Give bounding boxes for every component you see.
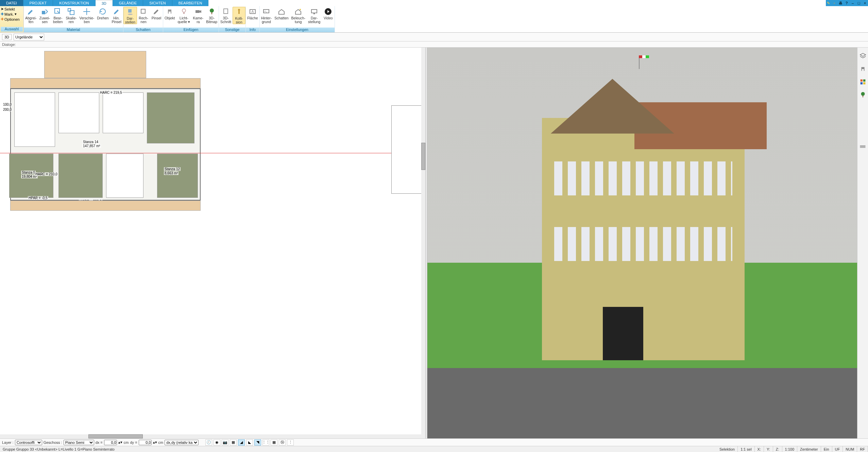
more-icon[interactable]: ⋮ (287, 439, 294, 446)
svg-rect-30 (860, 145, 866, 146)
btn-label: Dar- stellen (125, 17, 135, 24)
edit-icon (54, 7, 62, 16)
einfuegen-kamera-button[interactable]: Kame- ra (191, 7, 205, 23)
maximize-icon[interactable]: □ (856, 1, 861, 5)
group-title-schatten: Schatten (123, 28, 163, 32)
options-button[interactable]: ✚ Optionen (1, 17, 23, 21)
north-icon[interactable]: Ⓝ (279, 439, 286, 446)
svg-rect-13 (224, 9, 228, 14)
material-bearbeiten-button[interactable]: Bear- beiten (51, 7, 64, 23)
color-palette-icon[interactable] (859, 78, 867, 86)
einfuegen-objekt-button[interactable]: Objekt (163, 7, 176, 20)
plan-vscroll-thumb[interactable] (421, 143, 425, 170)
tool-icon[interactable]: ✎ (826, 1, 831, 5)
record-icon[interactable]: ◉ (214, 439, 220, 446)
camera-icon[interactable]: 📷 (222, 439, 228, 446)
coord-mode-select[interactable]: dx,dy (relativ ka (165, 440, 199, 445)
btn-label: Skalie- ren (66, 16, 76, 23)
area-icon: A (249, 7, 257, 16)
mark-button[interactable]: ✚ Mark. ▾ (1, 12, 23, 16)
svg-point-19 (300, 9, 301, 10)
right-tool-strip (857, 48, 868, 438)
einst-darstellung-button[interactable]: Dar- stellung (307, 7, 322, 23)
material-zuweisen-button[interactable]: Zuwei- sen (38, 7, 52, 23)
material-hinpinsel-button[interactable]: Hin. Pinsel (110, 7, 123, 23)
schatten-rechnen-button[interactable]: Rech- nen (137, 7, 150, 23)
snap3-icon[interactable]: ◥ (254, 439, 261, 446)
btn-label: Schatten (274, 16, 288, 20)
3d-windows-2 (554, 227, 733, 261)
menu-tab-sichten[interactable]: SICHTEN (143, 0, 172, 6)
info-flaeche-button[interactable]: A Fläche (246, 7, 259, 20)
subbar: 3D Urgelände (0, 33, 868, 41)
close-icon[interactable]: × (863, 1, 867, 5)
layer-select[interactable]: Controsoffi (15, 440, 42, 445)
grid-icon[interactable]: ▦ (271, 439, 277, 446)
einfuegen-lichtquelle-button[interactable]: Licht- quelle ▾ (176, 7, 191, 23)
dy-input[interactable] (139, 440, 152, 445)
svg-point-8 (182, 9, 186, 12)
einst-video-button[interactable]: Video (322, 7, 335, 20)
plan-vscroll[interactable] (421, 48, 425, 434)
einst-beleuchtung-button[interactable]: Beleuch- tung (290, 7, 307, 23)
plan-hscroll-thumb[interactable] (88, 434, 143, 438)
pane-3d-view[interactable] (427, 48, 868, 438)
svg-rect-20 (311, 10, 317, 13)
menu-tab-datei[interactable]: DATEI (0, 0, 23, 6)
material-skalieren-button[interactable]: Skalie- ren (64, 7, 78, 23)
sonstige-3dschnitt-button[interactable]: 3D- Schnitt (219, 7, 233, 23)
pane-2d-plan[interactable]: Stanza 14 147,857 m² Stanza 5 19,804 m² … (0, 48, 425, 438)
einfuegen-3dbitmap-button[interactable]: 3D- Bitmap (205, 7, 219, 23)
drawer-handle-icon[interactable] (859, 145, 867, 150)
material-verschieben-button[interactable]: Verschie- ben (78, 7, 96, 23)
menu-tab-gelaende[interactable]: GELÄNDE (113, 0, 143, 6)
minimize-icon[interactable]: – (850, 1, 855, 5)
dx-unit: cm (124, 440, 129, 445)
sonstige-kollision-button[interactable]: Kolli- sion (233, 7, 245, 24)
status-y: Y: (764, 446, 773, 452)
btn-label: Kolli- sion (235, 17, 243, 24)
room-stair (58, 154, 103, 198)
spinner-icon[interactable]: ▴▾ (153, 440, 157, 445)
grid-dots-icon[interactable]: ⋮⋮ (262, 439, 269, 446)
stack-icon[interactable]: ▦ (230, 439, 237, 446)
svg-rect-26 (860, 82, 862, 84)
svg-rect-12 (211, 12, 212, 14)
plan-hscroll[interactable] (0, 434, 425, 438)
box-icon[interactable]: ▫ (832, 1, 837, 5)
tree-icon[interactable] (859, 91, 867, 99)
terrain-select[interactable]: Urgelände (14, 34, 44, 40)
room12 (157, 154, 198, 198)
btn-label: Fläche (247, 16, 258, 20)
menu-tab-bearbeiten[interactable]: BEARBEITEN (172, 0, 209, 6)
help-icon[interactable]: ? (844, 1, 849, 5)
svg-rect-29 (863, 95, 863, 98)
view-mode-pill[interactable]: 3D (2, 34, 12, 40)
chair-icon[interactable] (859, 65, 867, 73)
einst-schatten-button[interactable]: Schatten (273, 7, 290, 20)
menu-tab-konstruktion[interactable]: KONSTRUKTION (53, 0, 95, 6)
spinner-icon[interactable]: ▴▾ (118, 440, 122, 445)
schatten-darstellen-button[interactable]: Dar- stellen (123, 7, 137, 24)
layers-icon[interactable] (859, 52, 867, 60)
btn-label: Bear- beiten (53, 16, 63, 23)
floor-select[interactable]: Piano Semi (64, 440, 94, 445)
snap2-icon[interactable]: ◣ (246, 439, 253, 446)
menu-tab-projekt[interactable]: PROJEKT (23, 0, 53, 6)
ribbon-group-material: Abgrei- fen Zuwei- sen Bear- beiten Skal… (24, 6, 123, 32)
floor-plan: Stanza 14 147,857 m² Stanza 5 19,804 m² … (10, 51, 214, 234)
menu-tab-3d[interactable]: 3D (96, 0, 113, 6)
room-right-green (147, 92, 194, 143)
einst-hintergrund-button[interactable]: Hinter- grund (260, 7, 273, 23)
schatten-pinsel-button[interactable]: Pinsel (150, 7, 163, 20)
dx-input[interactable] (104, 440, 117, 445)
material-drehen-button[interactable]: Drehen (96, 7, 110, 20)
btn-label: Pinsel (152, 16, 161, 20)
material-abgreifen-button[interactable]: Abgrei- fen (24, 7, 38, 23)
ribbon-group-einstellungen: Hinter- grund Schatten Beleuch- tung Dar… (260, 6, 335, 32)
snap1-icon[interactable]: ◢ (238, 439, 245, 446)
btn-label: Kame- ra (193, 16, 203, 23)
clock-icon[interactable]: 🕘 (205, 439, 212, 446)
select-button[interactable]: ➤ Selekt (1, 7, 23, 11)
print-icon[interactable]: 🖶 (838, 1, 843, 5)
